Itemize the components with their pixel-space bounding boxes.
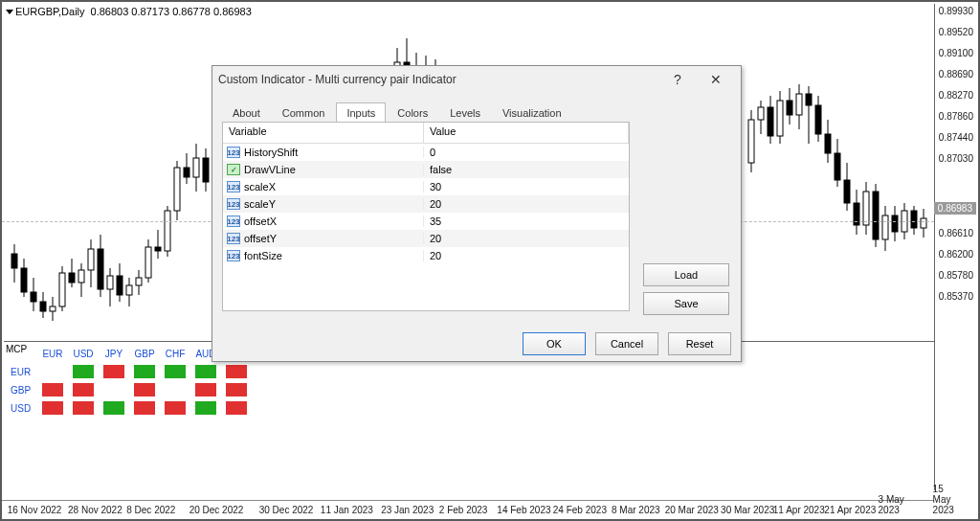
svg-rect-11 [59,273,65,306]
variable-value[interactable]: 0 [424,147,629,158]
input-row[interactable]: 123fontSize20 [223,247,629,264]
tab-visualization[interactable]: Visualization [492,102,572,123]
svg-rect-63 [787,101,792,115]
svg-rect-5 [31,292,36,302]
x-tick: 28 Nov 2022 [68,505,122,515]
dialog-tabs: AboutCommonInputsColorsLevelsVisualizati… [212,99,741,122]
svg-rect-73 [835,153,840,180]
x-tick: 24 Feb 2023 [553,505,607,515]
svg-rect-35 [174,168,180,211]
svg-rect-21 [107,276,113,289]
svg-rect-83 [882,215,888,239]
dropdown-icon [6,10,13,14]
y-tick: 0.85780 [935,270,973,281]
svg-rect-55 [748,120,754,163]
symbol-bar[interactable]: EURGBP,Daily 0.86803 0.87173 0.86778 0.8… [6,6,252,17]
input-row[interactable]: 123HistoryShift0 [223,144,629,161]
svg-rect-57 [758,107,764,120]
variable-name: DrawVLine [244,164,296,175]
svg-rect-81 [873,192,879,239]
x-tick: 30 Mar 2023 [721,505,774,515]
strength-cell [103,365,124,378]
tab-inputs[interactable]: Inputs [336,102,386,123]
variable-value[interactable]: 35 [424,215,629,227]
svg-rect-69 [815,105,821,134]
tab-about[interactable]: About [222,102,271,123]
tab-levels[interactable]: Levels [439,102,491,123]
int-icon: 123 [227,233,240,244]
strength-cell [165,365,186,378]
svg-rect-9 [50,306,56,311]
strength-cell [134,383,155,396]
svg-rect-71 [825,134,831,153]
y-tick: 0.88270 [935,90,973,101]
int-icon: 123 [227,147,240,158]
int-icon: 123 [227,198,240,210]
svg-rect-59 [768,107,773,136]
variable-value[interactable]: 20 [424,198,629,210]
variable-name: scaleY [244,198,276,210]
variable-value[interactable]: 30 [424,181,629,193]
strength-cell [165,401,186,415]
svg-rect-23 [117,276,122,295]
dialog-titlebar[interactable]: Custom Indicator - Multi currency pair I… [212,66,741,93]
input-row[interactable]: 123offsetY20 [223,230,629,247]
svg-rect-25 [126,285,132,295]
tab-common[interactable]: Common [272,102,336,123]
bool-icon: ✓ [227,164,240,175]
chart-symbol: EURGBP,Daily [15,6,85,17]
inputs-grid[interactable]: Variable Value 123HistoryShift0✓DrawVLin… [222,122,630,311]
x-tick: 20 Mar 2023 [665,505,719,515]
input-row[interactable]: ✓DrawVLinefalse [223,161,629,178]
strength-cell [73,365,94,378]
svg-rect-33 [165,211,170,251]
grid-header-variable[interactable]: Variable [223,123,424,143]
variable-value[interactable]: 20 [424,250,629,261]
variable-value[interactable]: 20 [424,233,629,244]
y-tick: 0.89100 [935,48,973,58]
input-row[interactable]: 123scaleY20 [223,195,629,213]
y-tick: 0.86610 [935,228,973,238]
x-tick: 8 Dec 2022 [126,505,175,515]
load-button[interactable]: Load [643,263,729,286]
input-row[interactable]: 123scaleX30 [223,178,629,195]
strength-cell [134,365,155,378]
strength-cell [134,401,155,415]
int-icon: 123 [227,250,240,261]
x-tick: 16 Nov 2022 [8,505,62,515]
variable-value[interactable]: false [424,164,629,175]
x-tick: 8 Mar 2023 [612,505,660,515]
variable-name: offsetX [244,215,277,227]
strength-cell [103,401,124,415]
grid-header-value[interactable]: Value [424,123,629,143]
ok-button[interactable]: OK [523,332,586,355]
custom-indicator-dialog: Custom Indicator - Multi currency pair I… [212,65,742,362]
svg-rect-75 [844,180,850,203]
strength-cell [195,365,216,378]
y-tick: 0.88690 [935,69,973,79]
help-button[interactable]: ? [658,69,697,90]
variable-name: scaleX [244,181,276,193]
input-row[interactable]: 123offsetX35 [223,213,629,230]
save-button[interactable]: Save [643,292,729,315]
strength-cell [42,401,63,415]
strength-cell [226,401,247,415]
strength-cell [226,365,247,378]
reset-button[interactable]: Reset [668,332,731,355]
y-tick: 0.85370 [935,291,973,302]
strength-cell [73,401,94,415]
svg-rect-67 [806,94,812,105]
x-tick: 15 May 2023 [933,484,954,515]
svg-rect-17 [88,249,94,270]
variable-name: fontSize [244,250,282,261]
close-button[interactable]: ✕ [697,69,735,90]
variable-name: offsetY [244,233,277,244]
dialog-title: Custom Indicator - Multi currency pair I… [218,73,658,86]
cancel-button[interactable]: Cancel [595,332,658,355]
x-tick: 14 Feb 2023 [497,505,550,515]
ccy-col-header: EUR [38,346,67,362]
tab-colors[interactable]: Colors [387,102,438,123]
svg-rect-85 [892,215,898,232]
svg-rect-37 [184,168,189,177]
y-tick: 0.87030 [935,153,973,164]
